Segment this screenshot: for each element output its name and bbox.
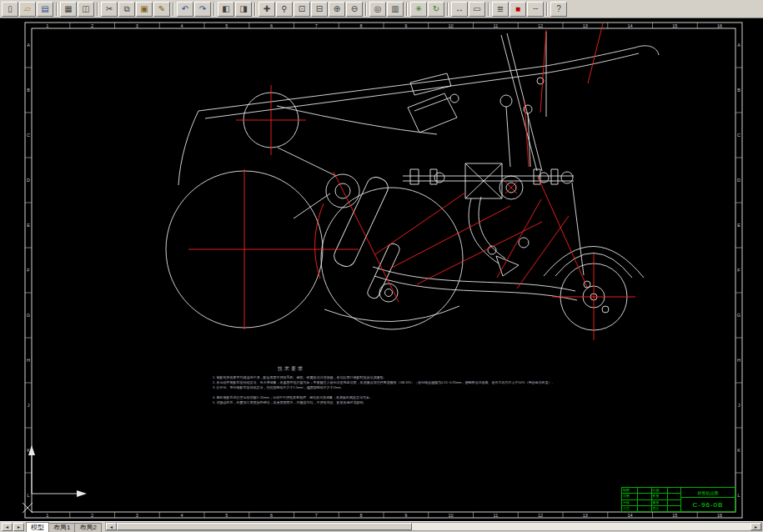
make-block-button[interactable]: ◨ [235,2,252,17]
svg-text:12: 12 [538,513,543,518]
scroll-right-button[interactable]: ▸ [750,523,761,530]
svg-text:16: 16 [717,513,722,518]
tab-layout2[interactable]: 布局2 [74,523,101,532]
toolbar-separator [488,3,489,16]
named-views-button[interactable]: ▥ [387,2,404,17]
aerial-view-button[interactable]: ◎ [369,2,386,17]
scrollbar-thumb[interactable] [117,523,412,530]
zoom-in-button[interactable]: ⊕ [329,2,345,17]
help-button[interactable]: ? [550,2,567,17]
drawing-viewport[interactable]: 1122334455667788991010111112121313141415… [0,18,763,521]
svg-text:15: 15 [672,513,677,518]
svg-text:9: 9 [404,513,407,518]
print-preview-icon: ◫ [82,5,89,13]
match-properties-icon: ✎ [158,5,165,13]
layer-color-icon: ■ [515,5,520,13]
titleblock-cell [638,500,652,505]
titleblock-row: 描图数量 [622,494,680,499]
layer-color-button[interactable]: ■ [510,2,526,17]
svg-text:L: L [737,493,740,498]
undo-button[interactable]: ↶ [177,2,193,17]
pan-realtime-icon: ✚ [264,5,270,13]
zoom-previous-icon: ⊟ [316,5,323,13]
toolbar-separator [173,3,174,16]
titleblock-cell [668,494,681,499]
new-button[interactable]: ▯ [2,2,18,17]
horizontal-scrollbar[interactable]: ◂ ▸ [105,522,762,531]
svg-text:13: 13 [583,23,588,28]
toolbar-separator [254,3,256,16]
svg-text:B: B [737,88,740,93]
svg-text:D: D [27,178,30,183]
save-icon: ▤ [41,5,48,13]
svg-text:11: 11 [494,513,499,518]
svg-text:C: C [737,133,740,138]
tab-model[interactable]: 模型 [26,522,49,532]
svg-text:2: 2 [91,513,93,518]
cut-icon: ✂ [106,5,113,13]
zoom-window-button[interactable]: ⊡ [294,2,310,17]
undo-icon: ↶ [182,5,188,13]
paste-button[interactable]: ▣ [136,2,153,17]
svg-text:D: D [737,178,740,183]
svg-text:7: 7 [315,513,318,518]
svg-text:L: L [27,493,29,498]
copy-button[interactable]: ⧉ [118,2,135,17]
svg-text:16: 16 [717,23,722,28]
layers-button[interactable]: ≣ [492,2,509,17]
svg-text:10: 10 [449,513,454,518]
paste-icon: ▣ [140,5,148,13]
drawing-canvas[interactable]: 1122334455667788991010111112121313141415… [0,18,763,521]
svg-text:4: 4 [181,513,183,518]
tab-scroll-right-button[interactable]: ▸ [13,523,24,531]
match-properties-button[interactable]: ✎ [153,2,170,17]
toolbar-separator [213,3,215,16]
area-button[interactable]: ▭ [469,2,485,17]
svg-text:2: 2 [91,23,93,28]
layers-icon: ≣ [497,5,504,13]
copy-icon: ⧉ [123,5,129,13]
svg-text:1: 1 [46,23,48,28]
redraw-icon: ✳ [415,5,422,13]
tab-scroll-left-button[interactable]: ◂ [2,523,13,531]
toolbar-separator [97,3,98,16]
svg-text:7: 7 [315,23,318,28]
regen-button[interactable]: ↻ [428,2,444,17]
linetype-button[interactable]: ╌ [527,2,544,17]
svg-text:8: 8 [360,513,363,518]
notes-title: 技术要求 [278,365,584,373]
titleblock-cell [668,506,681,511]
svg-text:G: G [27,313,30,318]
svg-text:A: A [27,43,30,48]
pan-realtime-button[interactable]: ✚ [259,2,275,17]
titleblock-cell [638,494,652,499]
title-block: 制图比例描图数量审核重量工艺页次 耕整机总图 C-96-0B [621,487,735,512]
svg-text:10: 10 [449,23,454,28]
zoom-out-icon: ⊖ [351,5,358,13]
area-icon: ▭ [473,5,480,13]
zoom-previous-button[interactable]: ⊟ [311,2,328,17]
distance-button[interactable]: ↔ [451,2,468,17]
tab-layout1[interactable]: 布局1 [48,523,75,532]
svg-text:B: B [27,88,30,93]
print-button[interactable]: ▦ [60,2,77,17]
svg-text:J: J [28,403,30,408]
insert-block-button[interactable]: ◧ [218,2,234,17]
titleblock-cell: 制图 [622,488,638,493]
svg-text:K: K [737,448,740,453]
titleblock-product: 耕整机总图 [681,488,735,498]
toolbar-separator [406,3,408,16]
zoom-out-button[interactable]: ⊖ [346,2,363,17]
titleblock-cell [668,488,681,493]
svg-text:4: 4 [181,23,183,28]
scroll-left-button[interactable]: ◂ [106,523,117,530]
cut-button[interactable]: ✂ [101,2,118,17]
redraw-button[interactable]: ✳ [410,2,427,17]
scrollbar-track[interactable] [412,523,750,530]
print-preview-button[interactable]: ◫ [78,2,94,17]
open-button[interactable]: ▱ [19,2,36,17]
svg-text:14: 14 [628,513,633,518]
redo-button[interactable]: ↷ [194,2,211,17]
save-button[interactable]: ▤ [37,2,53,17]
zoom-realtime-button[interactable]: ⚲ [276,2,293,17]
